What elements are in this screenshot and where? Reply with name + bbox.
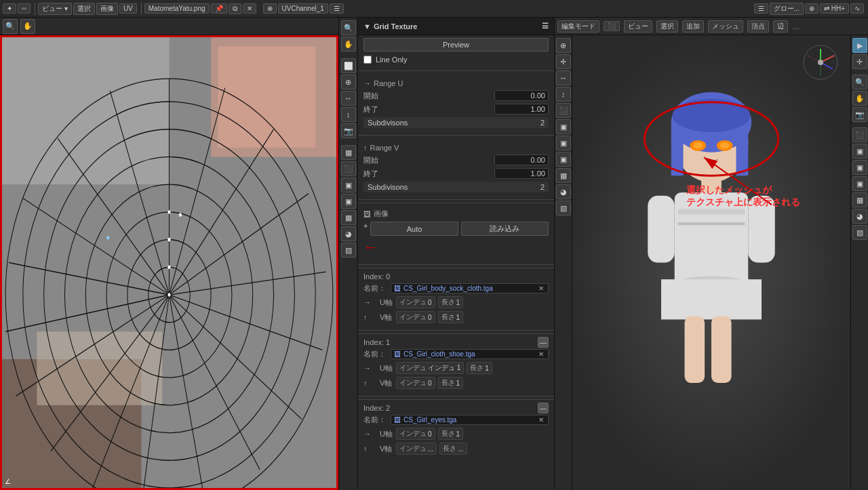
gizmo-icons[interactable]: ∿ — [850, 3, 864, 14]
right-icon-cam[interactable]: 📷 — [852, 107, 867, 122]
vp-left-icon-10[interactable]: ◕ — [556, 184, 571, 199]
close-1[interactable]: ✕ — [537, 350, 545, 358]
sidebar-icon-obj[interactable]: ⬛ — [341, 161, 356, 176]
close-0[interactable]: ✕ — [537, 285, 545, 292]
minus-btn-2[interactable]: — — [538, 403, 549, 413]
right-icon-obj3[interactable]: ▣ — [852, 160, 867, 175]
right-icon-obj2[interactable]: ▣ — [852, 144, 867, 159]
right-icon-obj1[interactable]: ⬛ — [852, 127, 867, 142]
v-index-field-2[interactable]: インデュ ... — [396, 443, 437, 455]
sidebar-icon-h[interactable]: ↔ — [341, 91, 356, 106]
line-only-checkbox[interactable] — [363, 56, 372, 64]
uv-mode[interactable]: UV — [119, 3, 137, 14]
uvchannel-btn[interactable]: UVChannel_1 — [278, 3, 328, 14]
vp-view-btn[interactable]: ビュー — [624, 20, 652, 33]
load-button[interactable]: 読み込み — [461, 222, 549, 236]
settings-btn[interactable]: ☰ — [330, 3, 344, 14]
vp-left-icon-9[interactable]: ▦ — [556, 168, 571, 183]
name-field-0[interactable]: 🖼 CS_Girl_body_sock_cloth.tga ✕ — [391, 283, 549, 293]
minus-btn-1[interactable]: — — [538, 337, 549, 348]
u-index-field-0[interactable]: インデュ 0 — [396, 296, 435, 308]
right-icon-obj5[interactable]: ▦ — [852, 192, 867, 207]
auto-button[interactable]: Auto — [370, 222, 458, 236]
tool-icon-2[interactable]: ✋ — [20, 19, 35, 34]
preview-button[interactable]: Preview — [363, 38, 549, 52]
select-mode[interactable]: 選択 — [73, 3, 95, 15]
sidebar-icon-misc[interactable]: ▧ — [341, 243, 356, 258]
right-icon-obj6[interactable]: ◕ — [852, 209, 867, 224]
v-length-field-2[interactable]: 長さ ... — [439, 443, 467, 455]
sidebar-icon-transform[interactable]: ⊕ — [341, 75, 356, 89]
u-length-field-1[interactable]: 長さ 1 — [467, 362, 492, 374]
name-field-2[interactable]: 🖼 CS_Girl_eyes.tga ✕ — [391, 415, 549, 425]
v-label-1: V軸 — [380, 378, 393, 388]
vp-left-icon-7[interactable]: ▣ — [556, 136, 571, 150]
right-sidebar-icons: ▶ ✛ 🔍 ✋ 📷 ⬛ ▣ ▣ ▣ ▦ ◕ ▧ — [850, 35, 868, 490]
sidebar-icon-cube3[interactable]: ▦ — [341, 210, 356, 225]
sidebar-icon-cam[interactable]: 📷 — [341, 123, 356, 138]
vp-edge-btn[interactable]: 辺 — [773, 20, 788, 33]
right-icon-obj7[interactable]: ▧ — [852, 225, 867, 240]
sidebar-icon-search[interactable]: 🔍 — [341, 20, 356, 35]
sidebar-icon-grid[interactable]: ▦ — [341, 145, 356, 160]
copy-btn[interactable]: ⧉ — [229, 3, 241, 14]
vp-select-btn[interactable]: 選択 — [656, 20, 678, 33]
sidebar-icon-v[interactable]: ↕ — [341, 107, 356, 122]
name-field-1[interactable]: 🖼 CS_Girl_cloth_shoe.tga ✕ — [391, 349, 549, 359]
vp-left-icon-6[interactable]: ▣ — [556, 119, 571, 134]
sidebar-icon-cube1[interactable]: ▣ — [341, 178, 356, 192]
vp-vertex-btn[interactable]: 頂点 — [747, 20, 769, 33]
right-icon-obj4[interactable]: ▣ — [852, 176, 867, 191]
subdivisions-u-val: 2 — [540, 119, 545, 127]
vp-left-icon-1[interactable]: ⊕ — [556, 38, 571, 53]
file-name[interactable]: MatometaYatu.png — [144, 3, 210, 14]
panel-menu-icon[interactable]: ☰ — [542, 22, 549, 30]
vp-left-icon-8[interactable]: ▣ — [556, 152, 571, 167]
vp-left-icon-3[interactable]: ↔ — [556, 70, 571, 85]
vp-left-icon-2[interactable]: ✛ — [556, 54, 571, 69]
range-v-start-input[interactable] — [494, 155, 549, 165]
vp-mode-icon[interactable]: ⬛ — [604, 21, 620, 31]
v-length-field-0[interactable]: 長さ 1 — [438, 311, 464, 323]
range-u-end-input[interactable] — [494, 104, 549, 115]
right-icon-search[interactable]: 🔍 — [852, 75, 867, 89]
v-index-field-1[interactable]: インデュ 0 — [396, 377, 435, 389]
file-btn[interactable]: ▫▫ — [18, 3, 31, 14]
viewport-canvas[interactable]: ユーザー・透視投影 (1) eye_02 — [555, 35, 868, 490]
u-length-field-2[interactable]: 長さ 1 — [438, 428, 464, 440]
pin-btn[interactable]: 📌 — [211, 3, 227, 14]
view-mode[interactable]: ビュー ▾ — [38, 3, 72, 15]
vp-left-icon-11[interactable]: ▧ — [556, 201, 571, 216]
u-index-field-2[interactable]: インデュ 0 — [396, 428, 435, 440]
close-file-btn[interactable]: ✕ — [243, 3, 256, 14]
vp-left-icon-5[interactable]: ⬛ — [556, 103, 571, 118]
magnet-btn[interactable]: ⊕ — [805, 3, 818, 14]
blender-icon[interactable]: ✦ — [3, 3, 16, 14]
sidebar-icon-hand[interactable]: ✋ — [341, 37, 356, 52]
collapse-arrow[interactable]: ▼ — [363, 22, 371, 30]
preview-section: Preview Line Only — [358, 35, 554, 68]
global-btn[interactable]: グロー... — [770, 3, 804, 15]
range-v-end-input[interactable] — [494, 168, 549, 179]
v-index-field-0[interactable]: インデュ 0 — [396, 311, 435, 323]
close-2[interactable]: ✕ — [537, 416, 545, 424]
vp-mesh-btn[interactable]: メッシュ — [708, 20, 743, 33]
range-u-start-input[interactable] — [494, 90, 549, 101]
vp-add-btn[interactable]: 追加 — [682, 20, 704, 33]
right-mode-btn[interactable]: ☰ — [754, 3, 768, 14]
vp-left-icon-4[interactable]: ↕ — [556, 87, 571, 102]
sidebar-icon-pie[interactable]: ◕ — [341, 226, 356, 241]
v-length-field-1[interactable]: 長さ 1 — [438, 377, 464, 389]
tool-icon-1[interactable]: 🔍 — [3, 19, 18, 34]
right-icon-select[interactable]: ▶ — [852, 38, 867, 53]
right-icon-cursor[interactable]: ✛ — [852, 54, 867, 69]
snap-btn[interactable]: ⇄ HH+ — [820, 3, 849, 14]
image-mode[interactable]: 画像 — [96, 3, 118, 15]
sidebar-icon-cube2[interactable]: ▣ — [341, 194, 356, 209]
edit-mode-btn[interactable]: 編集モード — [557, 20, 599, 33]
sidebar-icon-view[interactable]: ⬜ — [341, 58, 356, 73]
uvoverlay-btn[interactable]: ⊕ — [263, 3, 277, 14]
u-index-field-1[interactable]: インデュ インデュ 1 — [396, 362, 464, 374]
right-icon-hand[interactable]: ✋ — [852, 91, 867, 106]
u-length-field-0[interactable]: 長さ 1 — [438, 296, 464, 308]
